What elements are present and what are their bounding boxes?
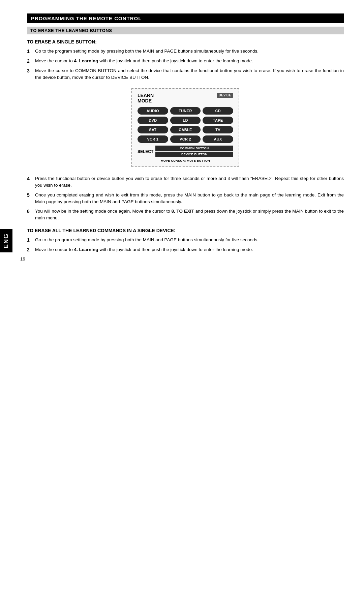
select-row: SELECT COMMON BUTTON DEVICE BUTTON [138, 146, 233, 158]
page-number: 16 [20, 256, 25, 261]
step-s2-2-text: Move the cursor to 4. Learning with the … [35, 246, 344, 253]
common-button[interactable]: COMMON BUTTON [155, 146, 233, 151]
page-header: PROGRAMMING THE REMOTE CONTROL [27, 13, 344, 23]
step-4-text: Press the functional button or device bu… [35, 175, 344, 189]
step-2: 2 Move the cursor to 4. Learning with th… [27, 58, 344, 65]
btn-tape[interactable]: TAPE [203, 117, 233, 124]
step-6-number: 6 [27, 208, 35, 215]
step-1: 1 Go to the program setting mode by pres… [27, 48, 344, 55]
step-2-bold: 4. Learning [74, 58, 98, 63]
btn-cable[interactable]: CABLE [170, 126, 201, 133]
select-label: SELECT [138, 146, 155, 158]
btn-vcr1[interactable]: VCR 1 [138, 135, 168, 143]
btn-vcr2[interactable]: VCR 2 [170, 135, 201, 143]
move-cursor-row: MOVE CURSOR: MUTE BUTTON [138, 159, 233, 162]
device-button[interactable]: DEVICE BUTTON [155, 152, 233, 157]
step-3-number: 3 [27, 67, 35, 74]
step-s2-1-text: Go to the program setting mode by pressi… [35, 237, 344, 243]
btn-audio[interactable]: AUDIO [138, 107, 168, 115]
step-4-number: 4 [27, 175, 35, 182]
step-3-text: Move the cursor to COMMON BUTTON and sel… [35, 67, 344, 81]
step-s2-2: 2 Move the cursor to 4. Learning with th… [27, 246, 344, 253]
section1-title: TO ERASE A SINGLE BUTTON: [27, 39, 344, 44]
step-3: 3 Move the cursor to COMMON BUTTON and s… [27, 67, 344, 81]
step-5-text: Once you completed erasing and wish to e… [35, 192, 344, 206]
step-s2-2-bold: 4. Learning [74, 247, 98, 252]
btn-ld[interactable]: LD [170, 117, 201, 124]
steps-list-1: 1 Go to the program setting mode by pres… [27, 48, 344, 81]
device-diagram-wrapper: LEARN MODE DEVICE AUDIO TUNER CD DVD LD … [27, 88, 344, 167]
step-6-bold: 8. TO EXIT [171, 209, 194, 214]
btn-tv[interactable]: TV [203, 126, 233, 133]
step-s2-2-number: 2 [27, 246, 35, 253]
step-1-number: 1 [27, 48, 35, 55]
device-diagram: LEARN MODE DEVICE AUDIO TUNER CD DVD LD … [131, 88, 239, 167]
btn-aux[interactable]: AUX [203, 135, 233, 143]
btn-tuner[interactable]: TUNER [170, 107, 201, 115]
select-buttons: COMMON BUTTON DEVICE BUTTON [155, 146, 233, 158]
diagram-title: LEARN MODE [138, 93, 154, 104]
step-2-text-end: with the joystick and then push the joys… [98, 58, 253, 63]
step-2-text: Move the cursor to 4. Learning with the … [35, 58, 344, 64]
step-1-text: Go to the program setting mode by pressi… [35, 48, 344, 55]
btn-cd[interactable]: CD [203, 107, 233, 115]
steps-list-3: 1 Go to the program setting mode by pres… [27, 237, 344, 253]
diagram-header: LEARN MODE DEVICE [138, 93, 233, 104]
step-s2-1-number: 1 [27, 237, 35, 244]
button-grid: AUDIO TUNER CD DVD LD TAPE SAT CABLE TV … [138, 107, 233, 143]
btn-sat[interactable]: SAT [138, 126, 168, 133]
steps-list-2: 4 Press the functional button or device … [27, 175, 344, 222]
step-6: 6 You will now be in the setting mode on… [27, 208, 344, 222]
step-4: 4 Press the functional button or device … [27, 175, 344, 189]
step-5-number: 5 [27, 192, 35, 199]
step-s2-1: 1 Go to the program setting mode by pres… [27, 237, 344, 244]
step-6-text: You will now be in the setting mode once… [35, 208, 344, 222]
btn-dvd[interactable]: DVD [138, 117, 168, 124]
step-s2-2-text-end: with the joystick and then push the joys… [98, 247, 253, 252]
step-5: 5 Once you completed erasing and wish to… [27, 192, 344, 206]
section-subheader: TO ERASE THE LEARNED BUTTONS [27, 27, 344, 34]
step-2-number: 2 [27, 58, 35, 65]
device-badge: DEVICE [217, 93, 233, 98]
section2-title: TO ERASE ALL THE LEARNED COMMANDS IN A S… [27, 228, 344, 233]
